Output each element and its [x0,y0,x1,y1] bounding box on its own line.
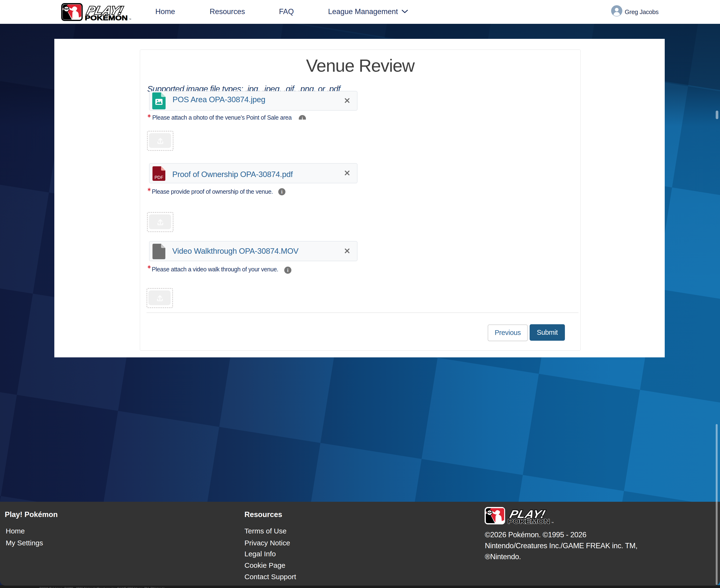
svg-text:POKÉMON: POKÉMON [85,14,128,21]
svg-text:™: ™ [551,522,554,524]
svg-text:POKÉMON: POKÉMON [508,518,550,524]
svg-text:PDF: PDF [155,175,164,180]
svg-text:™: ™ [129,18,131,21]
